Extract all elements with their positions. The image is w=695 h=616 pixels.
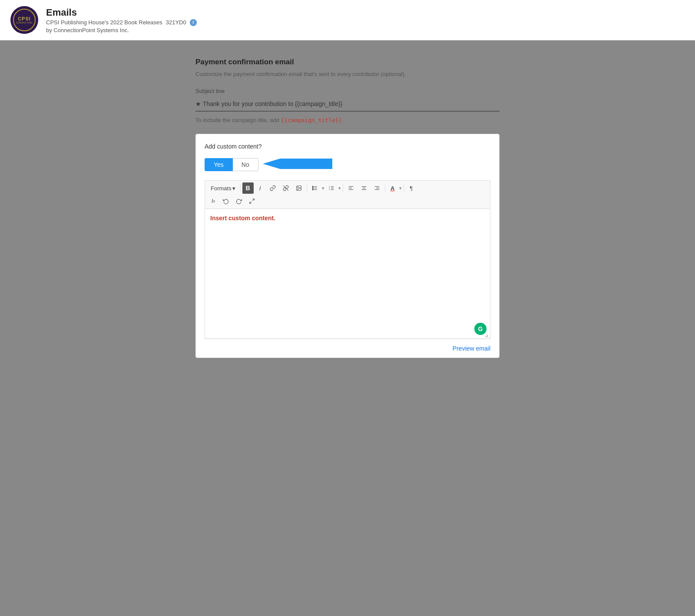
- toolbar-sep-3: [343, 184, 343, 192]
- svg-marker-0: [263, 159, 332, 169]
- image-icon: [296, 185, 302, 191]
- page-title: Emails: [46, 7, 197, 18]
- ul-button[interactable]: [309, 182, 321, 194]
- header-org: by ConnectionPoint Systems Inc.: [46, 27, 197, 33]
- align-left-button[interactable]: [345, 182, 357, 194]
- content-panel: Payment confirmation email Customize the…: [195, 58, 500, 591]
- redo-icon: [236, 198, 242, 204]
- header-text: Emails CPSI Publishing House's 2022 Book…: [46, 7, 197, 33]
- hint-prefix: To include the campaign title, add: [195, 117, 279, 123]
- unlink-icon: [283, 185, 289, 191]
- svg-line-25: [252, 199, 254, 201]
- align-right-icon: [374, 185, 380, 191]
- card-title: Add custom content?: [205, 143, 490, 150]
- fullscreen-button[interactable]: [246, 195, 258, 207]
- formats-dropdown[interactable]: Formats ▾: [208, 182, 238, 194]
- toggle-group: Yes No: [205, 156, 490, 173]
- svg-line-26: [250, 202, 252, 203]
- paragraph-button[interactable]: ¶: [406, 182, 417, 194]
- unlink-button[interactable]: [280, 182, 292, 194]
- campaign-id: 321YD0: [166, 19, 186, 26]
- formats-arrow: ▾: [232, 185, 235, 192]
- align-center-button[interactable]: [358, 182, 370, 194]
- svg-point-7: [312, 186, 313, 187]
- svg-point-8: [312, 188, 313, 189]
- undo-icon: [223, 198, 229, 204]
- undo-button[interactable]: [220, 195, 232, 207]
- arrow-svg: [263, 156, 332, 172]
- clear-format-button[interactable]: Ix: [208, 195, 219, 207]
- ul-icon: [312, 185, 318, 191]
- editor-content[interactable]: Insert custom content. G ⊿: [205, 209, 490, 339]
- redo-button[interactable]: [233, 195, 245, 207]
- bold-button[interactable]: B: [242, 182, 254, 194]
- arrow-indicator: [263, 156, 332, 173]
- color-arrow[interactable]: ▾: [399, 185, 402, 191]
- svg-text:3: 3: [329, 189, 330, 191]
- resize-handle[interactable]: ⊿: [485, 333, 490, 338]
- header: CPSI CONSULTING Emails CPSI Publishing H…: [0, 0, 695, 40]
- align-center-icon: [361, 185, 367, 191]
- align-left-icon: [348, 185, 354, 191]
- ol-icon: 123: [328, 185, 334, 191]
- image-button[interactable]: [293, 182, 305, 194]
- link-button[interactable]: [267, 182, 279, 194]
- subject-input[interactable]: [195, 97, 500, 112]
- toolbar-sep-4: [385, 184, 385, 192]
- card-footer: Preview email: [205, 339, 490, 358]
- logo: CPSI CONSULTING: [10, 6, 38, 34]
- align-right-button[interactable]: [371, 182, 383, 194]
- section-title: Payment confirmation email: [195, 58, 500, 66]
- org-name: by ConnectionPoint Systems Inc.: [46, 27, 129, 33]
- preview-email-link[interactable]: Preview email: [453, 345, 490, 352]
- toolbar-sep-5: [404, 184, 404, 192]
- hint-suffix: .: [344, 117, 345, 123]
- no-button[interactable]: No: [233, 158, 258, 171]
- italic-button[interactable]: I: [255, 182, 266, 194]
- logo-cpsi: CPSI: [18, 17, 31, 21]
- ol-arrow[interactable]: ▾: [338, 185, 341, 191]
- main-content: Payment confirmation email Customize the…: [0, 40, 695, 609]
- toolbar-row-2: Ix: [208, 195, 487, 207]
- ul-arrow[interactable]: ▾: [322, 185, 324, 191]
- font-color-button[interactable]: A: [387, 182, 398, 194]
- yes-button[interactable]: Yes: [205, 158, 233, 171]
- campaign-name: CPSI Publishing House's 2022 Book Releas…: [46, 19, 162, 26]
- logo-subtext: CONSULTING: [16, 21, 32, 24]
- editor-toolbar: Formats ▾ B I: [205, 180, 490, 209]
- section-desc: Customize the payment confirmation email…: [195, 71, 500, 77]
- svg-point-3: [298, 187, 298, 188]
- hint-code: {{campaign_title}}: [281, 117, 342, 123]
- info-icon[interactable]: i: [190, 19, 197, 26]
- fullscreen-icon: [249, 198, 255, 204]
- toolbar-row-1: Formats ▾ B I: [208, 182, 487, 194]
- header-subtitle: CPSI Publishing House's 2022 Book Releas…: [46, 19, 197, 26]
- font-color-icon: A: [391, 185, 394, 192]
- toolbar-sep-1: [240, 184, 241, 192]
- ol-button[interactable]: 123: [325, 182, 338, 194]
- subject-label: Subject line: [195, 88, 500, 94]
- toolbar-sep-2: [307, 184, 307, 192]
- link-icon: [270, 185, 276, 191]
- editor-placeholder: Insert custom content.: [210, 215, 275, 222]
- hint-text: To include the campaign title, add {{cam…: [195, 117, 500, 123]
- formats-label: Formats: [211, 185, 232, 192]
- svg-point-9: [312, 189, 313, 190]
- custom-content-card: Add custom content? Yes No Formats ▾: [195, 134, 500, 358]
